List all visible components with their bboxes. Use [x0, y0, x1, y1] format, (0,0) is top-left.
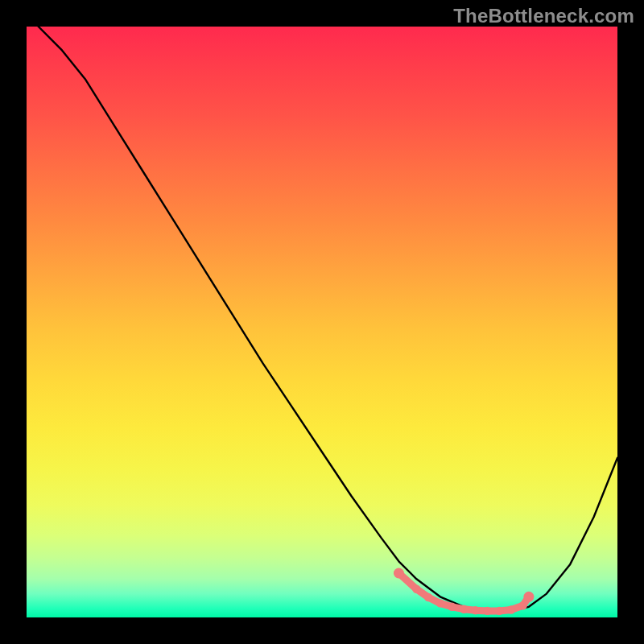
optimal-range-dot [472, 606, 480, 614]
optimal-range-dot [448, 603, 456, 611]
watermark-label: TheBottleneck.com [453, 5, 634, 27]
plot-area [27, 27, 617, 617]
optimal-range-dot [523, 592, 534, 602]
optimal-range-dot [460, 605, 468, 613]
chart-svg [27, 27, 617, 617]
optimal-range-dot [412, 585, 420, 593]
chart-frame: TheBottleneck.com [0, 0, 644, 644]
optimal-range-dot [483, 607, 491, 615]
optimal-range-marker [394, 568, 535, 616]
optimal-range-dot [507, 605, 515, 613]
optimal-range-dot [394, 568, 404, 579]
optimal-range-dot [495, 607, 503, 615]
optimal-range-dot [518, 601, 526, 609]
bottleneck-curve [39, 27, 617, 611]
optimal-range-dot [436, 599, 444, 607]
optimal-range-dot [424, 593, 432, 601]
